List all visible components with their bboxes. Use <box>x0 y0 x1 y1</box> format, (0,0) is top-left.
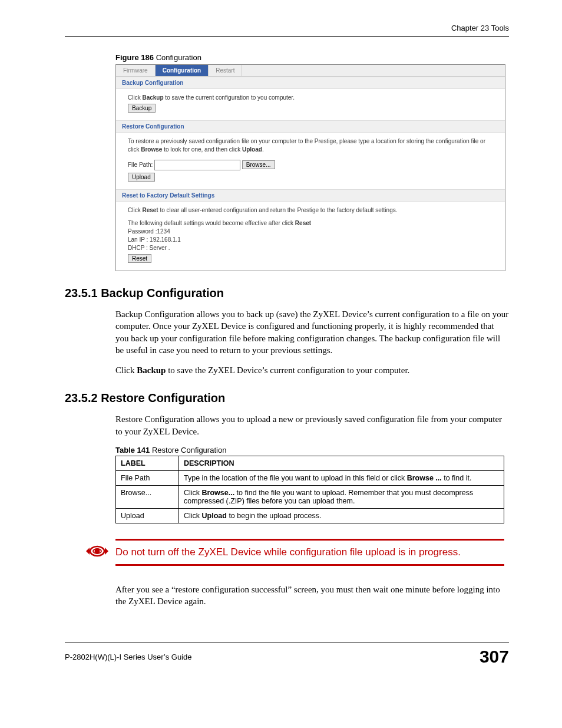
reset-default-dhcp: DHCP : Server . <box>128 245 170 251</box>
reset-section-body: Click Reset to clear all user-entered co… <box>116 202 505 271</box>
table-header-row: LABEL DESCRIPTION <box>116 456 504 470</box>
reset-default-lanip: Lan IP : 192.168.1.1 <box>128 236 181 243</box>
tab-firmware[interactable]: Firmware <box>116 65 156 76</box>
svg-marker-0 <box>86 548 90 555</box>
eye-warning-icon <box>86 544 108 561</box>
cell-upload-desc: Click Upload to begin the upload process… <box>179 508 504 523</box>
backup-section-header: Backup Configuration <box>116 77 505 89</box>
file-path-label: File Path: <box>128 162 153 168</box>
restore-text-mid: to look for one, and then click <box>162 146 242 153</box>
backup-button[interactable]: Backup <box>128 104 156 113</box>
cell-upload-label: Upload <box>116 508 179 523</box>
restore-text-bold1: Browse <box>141 146 162 153</box>
reset-line1-bold: Reset <box>142 207 158 213</box>
upload-button[interactable]: Upload <box>128 173 155 182</box>
th-label: LABEL <box>116 456 179 470</box>
table-caption-title: Restore Configuration <box>150 446 226 454</box>
reset-line2-pre: The following default settings would bec… <box>128 220 295 226</box>
para-backup-2: Click Backup to save the ZyXEL Device’s … <box>115 364 509 376</box>
figure-caption: Figure 186 Configuration <box>115 53 509 62</box>
backup-text-pre: Click <box>128 94 142 101</box>
heading-restore-configuration: 23.5.2 Restore Configuration <box>65 391 509 405</box>
closing-paragraph: After you see a “restore configuration s… <box>115 584 509 608</box>
th-description: DESCRIPTION <box>179 456 504 470</box>
para-backup-2-post: to save the ZyXEL Device’s current confi… <box>166 365 409 375</box>
file-path-input[interactable] <box>154 160 240 170</box>
para-backup-2-pre: Click <box>115 365 137 375</box>
tab-restart[interactable]: Restart <box>209 65 242 76</box>
restore-text-end: . <box>262 146 264 153</box>
reset-line2-bold: Reset <box>295 220 311 226</box>
reset-default-password: Password :1234 <box>128 228 170 235</box>
cell-filepath-label: File Path <box>116 470 179 485</box>
cell-browse-desc: Click Browse... to find the file you wan… <box>179 485 504 508</box>
warning-rule-bottom <box>115 564 504 566</box>
tab-configuration[interactable]: Configuration <box>156 65 209 76</box>
restore-text-bold2: Upload <box>242 146 262 153</box>
table-row: Browse... Click Browse... to find the fi… <box>116 485 504 508</box>
restore-section-header: Restore Configuration <box>116 120 505 133</box>
heading-backup-configuration: 23.5.1 Backup Configuration <box>65 286 509 300</box>
reset-line1-post: to clear all user-entered configuration … <box>158 207 398 213</box>
browse-button[interactable]: Browse... <box>242 160 275 169</box>
warning-text: Do not turn off the ZyXEL Device while c… <box>115 541 504 564</box>
reset-section-header: Reset to Factory Default Settings <box>116 189 505 202</box>
tab-bar: Firmware Configuration Restart <box>116 65 505 77</box>
cell-filepath-desc: Type in the location of the file you wan… <box>179 470 504 485</box>
table-caption-num: Table 141 <box>115 446 150 454</box>
svg-marker-1 <box>105 548 108 555</box>
figure-caption-num: Figure 186 <box>115 53 154 62</box>
chapter-label: Chapter 23 Tools <box>65 24 509 32</box>
para-backup-2-bold: Backup <box>137 365 166 375</box>
para-restore-1: Restore Configuration allows you to uplo… <box>115 413 509 437</box>
warning-callout: Do not turn off the ZyXEL Device while c… <box>115 539 504 566</box>
reset-button[interactable]: Reset <box>128 254 151 263</box>
backup-text-post: to save the current configuration to you… <box>164 94 295 101</box>
table-row: File Path Type in the location of the fi… <box>116 470 504 485</box>
reset-line1-pre: Click <box>128 207 142 213</box>
restore-section-body: To restore a previously saved configurat… <box>116 133 505 189</box>
configuration-screenshot: Firmware Configuration Restart Backup Co… <box>115 64 505 271</box>
backup-text-bold: Backup <box>142 94 163 101</box>
header-rule <box>65 36 509 37</box>
footer-page-number: 307 <box>480 647 509 667</box>
table-caption: Table 141 Restore Configuration <box>115 446 509 454</box>
para-backup-1: Backup Configuration allows you to back … <box>115 308 509 356</box>
figure-caption-title: Configuration <box>154 53 201 62</box>
footer-guide-title: P-2802H(W)(L)-I Series User’s Guide <box>65 653 192 661</box>
page-footer: P-2802H(W)(L)-I Series User’s Guide 307 <box>65 643 509 667</box>
table-row: Upload Click Upload to begin the upload … <box>116 508 504 523</box>
restore-configuration-table: LABEL DESCRIPTION File Path Type in the … <box>115 456 504 523</box>
backup-section-body: Click Backup to save the current configu… <box>116 89 505 120</box>
cell-browse-label: Browse... <box>116 485 179 508</box>
